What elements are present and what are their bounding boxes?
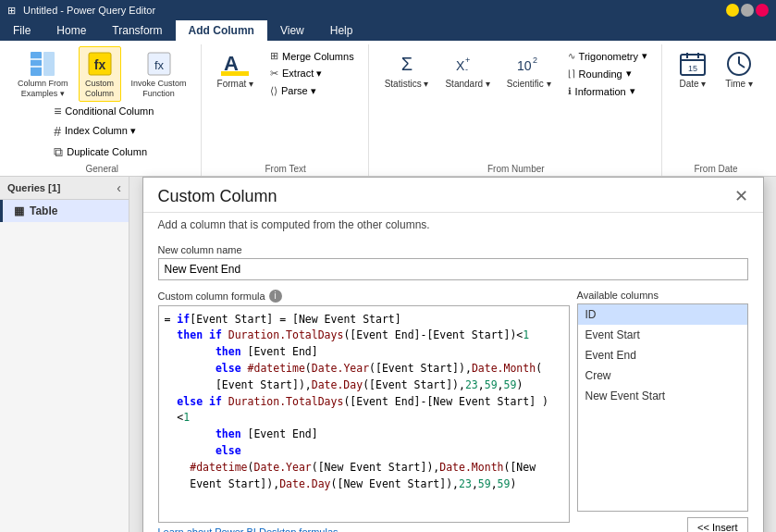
format-btn[interactable]: A Format ▾ [211,46,260,162]
ribbon-group-general-small: ≡ Conditional Column # Index Column ▾ ⧉ … [47,102,160,162]
col-item-event-end[interactable]: Event End [578,345,747,365]
column-from-examples-icon [28,49,57,79]
scientific-btn[interactable]: 102 Scientific ▾ [500,46,558,162]
conditional-column-btn[interactable]: ≡ Conditional Column [47,102,160,120]
trigonometry-btn[interactable]: ∿ Trigonometry ▾ [561,48,654,64]
available-cols-label: Available columns [577,290,748,301]
ribbon-group-from-date: 15 Date ▾ Time ▾ From Date [664,44,768,176]
svg-text:X: X [456,58,465,73]
sidebar-item-label: Table [30,204,57,217]
from-number-group-label: From Number [487,164,545,176]
general-group-label: General [85,164,118,176]
extract-btn[interactable]: ✂ Extract ▾ [264,66,361,81]
ribbon-content: Column FromExamples ▾ fx CustomColumn fx… [0,41,776,176]
format-icon: A [220,49,250,79]
col-item-id[interactable]: ID [578,304,747,325]
custom-column-label: CustomColumn [85,79,114,99]
custom-column-dialog: Custom Column ✕ Add a column that is com… [142,177,764,532]
duplicate-column-label: Duplicate Column [67,146,147,157]
index-column-btn[interactable]: # Index Column ▾ [47,122,160,141]
new-column-name-input[interactable] [158,258,748,280]
tab-transform[interactable]: Transform [99,20,175,41]
sidebar: Queries [1] ‹ ▦ Table [0,177,129,532]
close-btn[interactable] [756,4,769,17]
invoke-custom-function-btn[interactable]: fx Invoke CustomFunction [125,46,193,102]
date-icon: 15 [678,49,708,79]
window-controls [726,4,769,17]
column-from-examples-btn[interactable]: Column FromExamples ▾ [11,46,75,102]
column-from-examples-label: Column FromExamples ▾ [18,79,68,99]
dialog-close-btn[interactable]: ✕ [734,188,748,204]
extract-label: Extract ▾ [282,68,322,80]
tab-view[interactable]: View [267,20,317,41]
sidebar-item-table[interactable]: ▦ Table [0,200,129,222]
information-btn[interactable]: ℹ Information ▾ [561,83,654,99]
formula-section: Custom column formula i = if[Event Start… [158,290,748,532]
rounding-icon: ⌊⌉ [568,68,575,79]
tab-help[interactable]: Help [317,20,366,41]
svg-text:fx: fx [93,57,105,72]
formula-label-text: Custom column formula [158,291,265,302]
from-number-small-group: ∿ Trigonometry ▾ ⌊⌉ Rounding ▾ ℹ Informa… [561,48,654,162]
app-icon: ⊞ [7,5,16,17]
duplicate-column-btn[interactable]: ⧉ Duplicate Column [47,142,160,162]
from-text-small-group: ⊞ Merge Columns ✂ Extract ▾ ⟨⟩ Parse ▾ [264,48,361,162]
statistics-btn[interactable]: Σ Statistics ▾ [378,46,436,162]
parse-btn[interactable]: ⟨⟩ Parse ▾ [264,83,361,99]
tab-file[interactable]: File [0,20,43,41]
index-column-label: Index Column ▾ [65,125,136,137]
ribbon-group-general-items: Column FromExamples ▾ fx CustomColumn fx… [11,46,193,102]
format-label: Format ▾ [217,79,253,90]
minimize-btn[interactable] [726,4,739,17]
svg-text:-: - [465,65,468,74]
index-column-icon: # [54,124,61,139]
dialog-title: Custom Column [158,187,277,206]
time-btn[interactable]: Time ▾ [718,46,760,162]
parse-label: Parse ▾ [281,85,316,97]
custom-column-btn[interactable]: fx CustomColumn [79,46,121,102]
insert-btn[interactable]: << Insert [687,517,747,532]
new-column-name-label: New column name [158,244,748,255]
main-area: Queries [1] ‹ ▦ Table Custom Column ✕ Ad… [0,177,776,532]
information-label: Information [575,86,626,97]
ribbon-group-general: Column FromExamples ▾ fx CustomColumn fx… [4,44,202,176]
standard-btn[interactable]: X+- Standard ▾ [438,46,496,162]
svg-text:+: + [465,56,470,65]
time-icon [724,49,754,79]
from-text-group-label: From Text [265,164,305,176]
dialog-body: New column name Custom column formula i … [143,239,763,532]
formula-display: = if[Event Start] = [New Event Start] th… [165,312,563,493]
formula-info-icon[interactable]: i [269,290,282,303]
statistics-label: Statistics ▾ [385,79,429,90]
conditional-column-label: Conditional Column [65,105,154,117]
merge-columns-btn[interactable]: ⊞ Merge Columns [264,48,361,64]
information-icon: ℹ [568,86,572,96]
col-item-event-start[interactable]: Event Start [578,325,747,345]
svg-rect-1 [43,52,55,76]
standard-icon: X+- [453,49,483,79]
scientific-icon: 102 [514,49,544,79]
formula-textarea[interactable]: = if[Event Start] = [New Event Start] th… [158,305,570,523]
tab-home[interactable]: Home [43,20,99,41]
statistics-icon: Σ [392,49,422,79]
rounding-label: Rounding [579,68,622,80]
extract-icon: ✂ [270,68,278,80]
merge-columns-label: Merge Columns [282,51,354,62]
learn-link[interactable]: Learn about Power BI Desktop formulas [158,526,570,532]
available-cols-list: ID Event Start Event End Crew New Event … [577,303,748,512]
sidebar-collapse-btn[interactable]: ‹ [117,180,121,195]
ribbon-group-from-text: A Format ▾ ⊞ Merge Columns ✂ Extract ▾ ⟨… [203,44,369,176]
formula-label: Custom column formula i [158,290,570,303]
sidebar-header: Queries [1] ‹ [0,177,129,200]
col-item-new-event-start[interactable]: New Event Start [578,386,747,406]
trigonometry-icon: ∿ [568,51,575,61]
date-btn[interactable]: 15 Date ▾ [671,46,714,162]
ribbon-group-from-text-items: A Format ▾ ⊞ Merge Columns ✂ Extract ▾ ⟨… [211,46,361,162]
formula-left: Custom column formula i = if[Event Start… [158,290,570,532]
tab-add-column[interactable]: Add Column [176,20,267,41]
ribbon-group-from-date-items: 15 Date ▾ Time ▾ [671,46,760,162]
col-item-crew[interactable]: Crew [578,365,747,386]
maximize-btn[interactable] [741,4,754,17]
rounding-btn[interactable]: ⌊⌉ Rounding ▾ [561,66,654,81]
svg-text:10: 10 [517,58,532,73]
